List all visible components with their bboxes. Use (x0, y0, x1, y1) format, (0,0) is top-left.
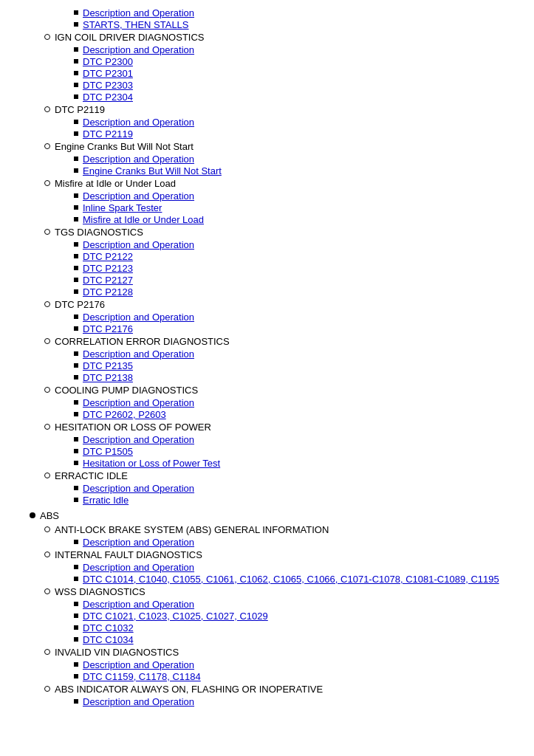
link-dtc-p2303[interactable]: DTC P2303 (83, 80, 133, 91)
sq-bullet (74, 565, 78, 569)
link-desc-op-misfire[interactable]: Description and Operation (83, 190, 194, 202)
link-desc-op-invalid-vin[interactable]: Description and Operation (83, 659, 194, 670)
link-dtc-c1032[interactable]: DTC C1032 (83, 622, 134, 633)
list-item: DTC C1021, C1023, C1025, C1027, C1029 (74, 611, 519, 622)
sq-bullet (74, 168, 78, 173)
link-engine-cranks-will-not-start[interactable]: Engine Cranks But Will Not Start (83, 165, 222, 176)
link-hesitation-loss-power-test[interactable]: Hesitation or Loss of Power Test (83, 458, 220, 469)
link-desc-op-abs-indicator[interactable]: Description and Operation (83, 696, 194, 707)
link-dtc-p2123[interactable]: DTC P2123 (83, 263, 133, 274)
link-desc-op-abs-gen[interactable]: Description and Operation (83, 537, 194, 548)
circle-bullet-p2119 (44, 106, 50, 112)
link-dtc-p2304[interactable]: DTC P2304 (83, 92, 133, 103)
link-dtc-c1159-series[interactable]: DTC C1159, C1178, C1184 (83, 671, 201, 682)
circle-bullet-p2176 (44, 301, 50, 307)
sq-bullet (74, 602, 78, 606)
list-item: DTC P2138 (74, 372, 519, 383)
circle-bullet-correlation (44, 338, 50, 344)
link-dtc-p2119[interactable]: DTC P2119 (83, 128, 133, 140)
sq-bullet (74, 625, 78, 630)
circle-bullet-invalid-vin (44, 649, 50, 655)
list-item: DTC P2300 (74, 56, 519, 67)
link-dtc-c1034[interactable]: DTC C1034 (83, 634, 134, 645)
filled-bullet-abs (30, 512, 35, 518)
sq-bullet (74, 363, 78, 368)
link-desc-op-engine-cranks[interactable]: Description and Operation (83, 154, 194, 165)
sq-bullet (74, 498, 78, 502)
link-erratic-idle[interactable]: Erratic Idle (83, 495, 129, 506)
list-item: Description and Operation (74, 154, 519, 165)
list-item: Description and Operation (74, 599, 519, 610)
link-desc-op-internal[interactable]: Description and Operation (83, 562, 194, 573)
link-desc-op-ign[interactable]: Description and Operation (83, 44, 194, 55)
list-item: DTC P2127 (74, 275, 519, 286)
link-dtc-p2602-p2603[interactable]: DTC P2602, P2603 (83, 409, 166, 420)
sq-bullet (74, 400, 78, 405)
dtc-p2119-items: Description and Operation DTC P2119 (15, 117, 519, 140)
circle-bullet-misfire (44, 180, 50, 186)
circle-bullet-engine (44, 143, 50, 149)
section-label-correlation: CORRELATION ERROR DIAGNOSTICS (55, 336, 230, 347)
section-correlation: CORRELATION ERROR DIAGNOSTICS Descriptio… (15, 336, 519, 383)
sq-bullet (74, 254, 78, 258)
link-dtc-p1505[interactable]: DTC P1505 (83, 446, 133, 457)
sq-bullet (74, 266, 78, 270)
list-item: Description and Operation (74, 190, 519, 202)
sq-bullet (74, 540, 78, 544)
link-dtc-p2128[interactable]: DTC P2128 (83, 286, 133, 298)
link-desc-op-p2119[interactable]: Description and Operation (83, 117, 194, 128)
sq-bullet (74, 412, 78, 416)
link-dtc-p2301[interactable]: DTC P2301 (83, 68, 133, 79)
list-item: Description and Operation (74, 397, 519, 408)
link-dtc-p2122[interactable]: DTC P2122 (83, 251, 133, 262)
link-desc-op-top[interactable]: Description and Operation (83, 7, 194, 18)
list-item: DTC P2303 (74, 80, 519, 91)
section-dtc-p2119-header: DTC P2119 (15, 104, 519, 115)
link-dtc-p2127[interactable]: DTC P2127 (83, 275, 133, 286)
sq-bullet (74, 637, 78, 642)
link-dtc-p2138[interactable]: DTC P2138 (83, 372, 133, 383)
section-tgs-header: TGS DIAGNOSTICS (15, 227, 519, 238)
link-dtc-c1021-series[interactable]: DTC C1021, C1023, C1025, C1027, C1029 (83, 611, 268, 622)
abs-indicator-items: Description and Operation (15, 696, 519, 707)
sq-bullet (74, 437, 78, 441)
circle-bullet-wss (44, 588, 50, 594)
link-inline-spark-tester[interactable]: Inline Spark Tester (83, 202, 162, 213)
link-desc-op-hesitation[interactable]: Description and Operation (83, 434, 194, 445)
sq-bullet (74, 205, 78, 210)
section-label-misfire: Misfire at Idle or Under Load (55, 178, 176, 189)
link-desc-op-tgs[interactable]: Description and Operation (83, 239, 194, 250)
internal-fault-items: Description and Operation DTC C1014, C10… (15, 562, 519, 585)
list-item: DTC P2119 (74, 128, 519, 140)
list-item: Description and Operation (74, 537, 519, 548)
link-desc-op-correlation[interactable]: Description and Operation (83, 348, 194, 360)
invalid-vin-items: Description and Operation DTC C1159, C11… (15, 659, 519, 682)
ign-coil-items: Description and Operation DTC P2300 DTC … (15, 44, 519, 103)
circle-bullet-ign (44, 34, 50, 40)
link-misfire-at-idle[interactable]: Misfire at Idle or Under Load (83, 214, 204, 225)
sq-bullet (74, 674, 78, 678)
link-starts-then-stalls[interactable]: STARTS, THEN STALLS (83, 19, 189, 30)
list-item: Engine Cranks But Will Not Start (74, 165, 519, 176)
section-ign-coil-header: IGN COIL DRIVER DIAGNOSTICS (15, 32, 519, 43)
circle-bullet-internal (44, 551, 50, 557)
sq-bullet (74, 577, 78, 581)
link-desc-op-wss[interactable]: Description and Operation (83, 599, 194, 610)
section-abs-general: ANTI-LOCK BRAKE SYSTEM (ABS) GENERAL INF… (15, 524, 519, 548)
abs-root-label: ABS (40, 510, 59, 521)
link-dtc-p2135[interactable]: DTC P2135 (83, 360, 133, 371)
sq-bullet (74, 47, 78, 52)
correlation-items: Description and Operation DTC P2135 DTC … (15, 348, 519, 383)
sq-bullet (74, 157, 78, 161)
link-dtc-p2176[interactable]: DTC P2176 (83, 323, 133, 334)
link-desc-op-p2176[interactable]: Description and Operation (83, 312, 194, 323)
section-dtc-p2176-header: DTC P2176 (15, 299, 519, 310)
list-item: Description and Operation (74, 348, 519, 360)
link-desc-op-cooling[interactable]: Description and Operation (83, 397, 194, 408)
sq-bullet (74, 94, 78, 99)
link-dtc-c1014-series[interactable]: DTC C1014, C1040, C1055, C1061, C1062, C… (83, 574, 499, 585)
link-dtc-p2300[interactable]: DTC P2300 (83, 56, 133, 67)
list-item: DTC P2176 (74, 323, 519, 334)
section-engine-cranks: Engine Cranks But Will Not Start Descrip… (15, 141, 519, 176)
link-desc-op-erratic[interactable]: Description and Operation (83, 483, 194, 494)
